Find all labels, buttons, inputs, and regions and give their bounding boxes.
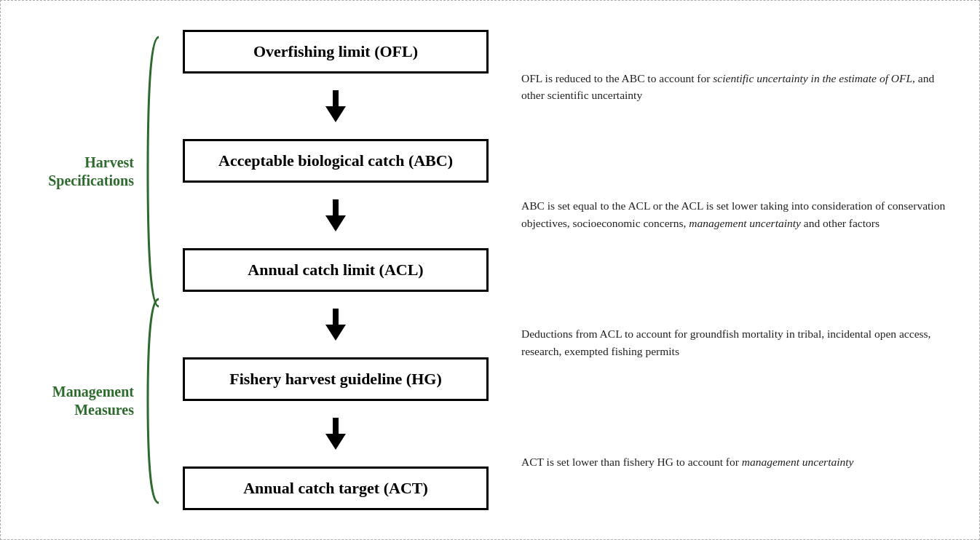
harvest-specs-label: Harvest Specifications — [23, 30, 165, 314]
right-column: OFL is reduced to the ABC to account for… — [503, 15, 957, 525]
left-column: Harvest Specifications Management Measur… — [23, 15, 168, 525]
arrow-3 — [325, 306, 346, 344]
management-measures-label: Management Measures — [23, 292, 165, 510]
ofl-annotation: OFL is reduced to the ABC to account for… — [521, 70, 957, 104]
arrow-head-4 — [325, 434, 346, 450]
hg-box: Fishery harvest guideline (HG) — [183, 357, 489, 401]
harvest-specs-brace — [144, 30, 165, 314]
acl-label: Annual catch limit (ACL) — [248, 261, 423, 279]
management-measures-brace — [144, 292, 165, 510]
arrow-shaft-4 — [333, 418, 339, 434]
abc-annotation: ABC is set equal to the ACL or the ACL i… — [521, 197, 957, 231]
abc-box: Acceptable biological catch (ABC) — [183, 139, 489, 183]
arrow-shaft-3 — [333, 309, 339, 325]
act-annotation: ACT is set lower than fishery HG to acco… — [521, 453, 957, 470]
arrow-shaft-1 — [333, 90, 339, 106]
act-label: Annual catch target (ACT) — [243, 479, 428, 497]
harvest-specs-text2: Specifications — [48, 172, 134, 190]
arrow-head-2 — [325, 215, 346, 231]
ofl-box: Overfishing limit (OFL) — [183, 30, 489, 74]
abc-annotation-italic: management uncertainty — [689, 217, 801, 229]
arrow-head-1 — [325, 106, 346, 122]
act-box: Annual catch target (ACT) — [183, 466, 489, 510]
main-layout: Harvest Specifications Management Measur… — [23, 15, 957, 525]
diagram-container: Harvest Specifications Management Measur… — [0, 0, 980, 540]
ofl-annotation-italic: scientific uncertainty in the estimate o… — [713, 72, 912, 84]
abc-label: Acceptable biological catch (ABC) — [218, 151, 453, 170]
ofl-label: Overfishing limit (OFL) — [253, 42, 418, 60]
hg-annotation: Deductions from ACL to account for groun… — [521, 325, 957, 360]
management-measures-text2: Measures — [52, 401, 134, 419]
arrow-head-3 — [325, 325, 346, 341]
arrow-shaft-2 — [333, 199, 339, 215]
acl-box: Annual catch limit (ACL) — [183, 248, 489, 292]
hg-label: Fishery harvest guideline (HG) — [229, 370, 441, 388]
act-annotation-italic: management uncertainty — [742, 456, 854, 468]
harvest-specs-text: Harvest — [48, 154, 134, 172]
arrow-4 — [325, 415, 346, 453]
management-measures-text: Management — [52, 383, 134, 401]
center-column: Overfishing limit (OFL) Acceptable biolo… — [168, 15, 503, 525]
arrow-2 — [325, 196, 346, 234]
arrow-1 — [325, 87, 346, 125]
